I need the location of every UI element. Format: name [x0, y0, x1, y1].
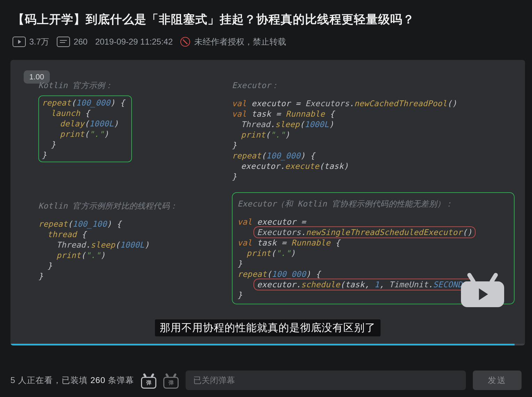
video-player[interactable]: 1.00 Kotlin 官方示例： repeat(100_000) { laun…: [10, 60, 525, 345]
video-title: 【码上开学】到底什么是「非阻塞式」挂起？协程真的比线程更轻量级吗？: [13, 11, 519, 28]
danmaku-input[interactable]: 已关闭弹幕: [186, 371, 466, 390]
video-meta: 3.7万 260 2019-09-29 11:25:42 未经作者授权，禁止转载: [13, 36, 519, 47]
reprint-notice: 未经作者授权，禁止转载: [180, 36, 286, 47]
danmaku-input-placeholder: 已关闭弹幕: [193, 375, 235, 386]
send-button[interactable]: 发送: [473, 371, 522, 390]
bilibili-logo-icon: [461, 272, 504, 307]
danmaku-value: 260: [73, 37, 87, 47]
slide-heading: Kotlin 官方示例：: [38, 80, 228, 91]
views-stat: 3.7万: [13, 36, 49, 47]
slide-heading: Executor（和 Kotlin 官协程示例代码的性能无差别）：: [237, 198, 510, 209]
danmaku-settings-icon[interactable]: 弹: [141, 374, 156, 387]
danmaku-stat: 260: [57, 37, 87, 47]
danmaku-bar: 5 人正在看，已装填 260 条弹幕 弹 弹 已关闭弹幕 发送: [10, 364, 522, 397]
subtitle-caption: 那用不用协程的性能就真的是彻底没有区别了: [10, 319, 525, 336]
code-block-executor1: val executor = Executors.newCachedThread…: [232, 98, 515, 182]
slide-content: Kotlin 官方示例： repeat(100_000) { launch { …: [38, 70, 515, 345]
code-block-thread: repeat(100_100) { thread { Thread.sleep(…: [38, 219, 228, 281]
danmaku-toggle-icon[interactable]: 弹: [163, 374, 179, 387]
progress-bar[interactable]: [10, 344, 525, 345]
ban-icon: [180, 37, 190, 47]
subtitle-icon: [57, 37, 70, 47]
highlight-red: executor.schedule(task, 1, TimeUnit.SECO…: [253, 279, 476, 290]
slide-heading: Kotlin 官方示例所对比的线程代码：: [38, 201, 228, 211]
publish-date: 2019-09-29 11:25:42: [95, 37, 173, 47]
highlight-box-kotlin: repeat(100_000) { launch { delay(1000L) …: [38, 95, 132, 162]
reprint-text: 未经作者授权，禁止转载: [194, 36, 286, 47]
slide-heading: Executor：: [232, 80, 515, 91]
highlight-red: Executors.newSingleThreadScheduledExecut…: [253, 226, 476, 238]
play-icon: [13, 37, 26, 47]
code-block-kotlin: repeat(100_000) { launch { delay(1000L) …: [42, 98, 125, 160]
watching-status: 5 人正在看，已装填 260 条弹幕: [10, 375, 134, 386]
views-value: 3.7万: [29, 36, 49, 47]
